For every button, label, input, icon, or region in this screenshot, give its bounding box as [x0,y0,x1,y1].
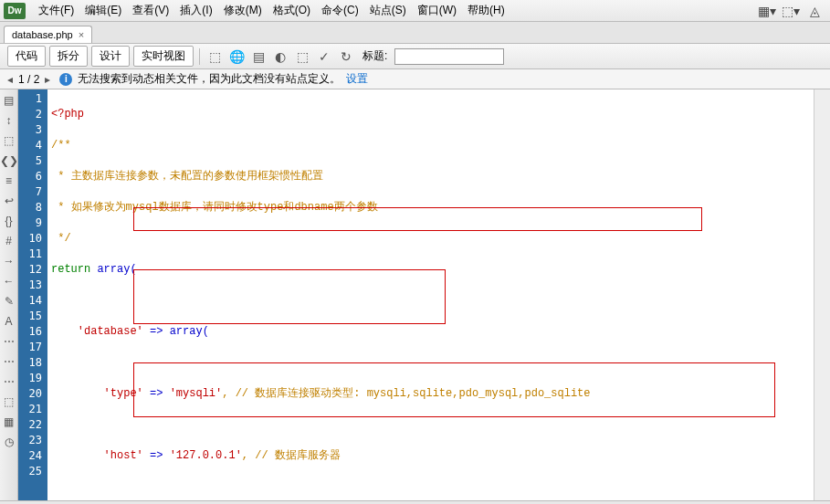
menu-edit[interactable]: 编辑(E) [79,1,127,20]
refresh-icon[interactable]: ↻ [337,47,355,66]
vertical-scrollbar[interactable] [814,89,830,500]
info-message: 无法搜索到动态相关文件，因为此文档没有站点定义。 [78,71,341,87]
toolbar-icon-3[interactable]: ▤ [249,47,268,66]
document-tab[interactable]: database.php × [4,26,92,43]
info-next-icon[interactable]: ▸ [45,73,50,86]
menu-view[interactable]: 查看(V) [127,1,174,20]
layout-icon[interactable]: ▦▾ [759,3,775,19]
tab-label: database.php [12,29,73,40]
sb-indent-icon[interactable]: → [2,254,16,268]
title-input[interactable] [394,48,504,65]
sb-line-icon[interactable]: ≡ [2,173,16,188]
sb-syntax-icon[interactable]: A [2,314,16,329]
menu-insert[interactable]: 插入(I) [174,1,217,20]
extension-icon[interactable]: ⬚▾ [783,3,799,19]
status-bar [0,500,830,504]
toolbar-icon-6[interactable]: ✓ [315,47,333,66]
menu-commands[interactable]: 命令(C) [316,1,364,20]
menu-format[interactable]: 格式(O) [268,1,316,20]
menu-modify[interactable]: 修改(M) [218,1,268,20]
sb-snippet-icon[interactable]: ▦ [2,415,16,429]
info-icon: i [59,73,72,86]
sb-open-icon[interactable]: ▤ [2,93,16,108]
info-position: 1 / 2 [18,73,39,86]
code-editor[interactable]: <?php /** * 主数据库连接参数，未配置的参数使用框架惯性配置 * 如果… [47,89,814,500]
title-label: 标题: [362,48,387,64]
live-view-button[interactable]: 实时视图 [133,46,194,67]
split-view-button[interactable]: 拆分 [49,46,88,67]
menu-window[interactable]: 窗口(W) [412,1,462,20]
sb-collapse-icon[interactable]: ↕ [2,113,16,128]
toolbar-icon-2[interactable]: 🌐 [227,47,246,66]
code-view-button[interactable]: 代码 [7,46,46,67]
sb-comment-icon[interactable]: # [2,234,16,248]
editor-area: ▤ ↕ ⬚ ❮❯ ≡ ↩ {} # → ← ✎ A ⋯ ⋯ ⋯ ⬚ ▦ ◷ 12… [0,89,830,500]
info-settings-link[interactable]: 设置 [346,71,368,87]
design-view-button[interactable]: 设计 [91,46,130,67]
tab-close-icon[interactable]: × [79,29,84,40]
line-gutter: 1234567891011121314151617181920212223242… [18,89,47,500]
toolbar-icon-1[interactable]: ⬚ [205,47,224,66]
document-toolbar: 代码 拆分 设计 实时视图 ⬚ 🌐 ▤ ◐ ⬚ ✓ ↻ 标题: [0,44,830,69]
code-toolbar: ▤ ↕ ⬚ ❮❯ ≡ ↩ {} # → ← ✎ A ⋯ ⋯ ⋯ ⬚ ▦ ◷ [0,89,18,500]
sb-recent-icon[interactable]: ◷ [2,435,16,449]
sb-wrap-icon[interactable]: ↩ [2,194,16,208]
toolbar-icon-5[interactable]: ⬚ [293,47,311,66]
sb-sp3-icon[interactable]: ⋯ [2,374,16,389]
tab-bar: database.php × [0,22,830,44]
menu-site[interactable]: 站点(S) [364,1,412,20]
menu-file[interactable]: 文件(F) [33,1,79,20]
menu-help[interactable]: 帮助(H) [462,1,510,20]
menu-bar: Dw 文件(F) 编辑(E) 查看(V) 插入(I) 修改(M) 格式(O) 命… [0,0,830,22]
app-logo: Dw [4,3,26,19]
sync-icon[interactable]: ◬ [806,3,823,19]
sb-format-icon[interactable]: ⬚ [2,394,16,409]
sb-tag-icon[interactable]: {} [2,214,16,228]
sb-sp2-icon[interactable]: ⋯ [2,354,16,369]
sb-outdent-icon[interactable]: ← [2,274,16,289]
sb-balance-icon[interactable]: ❮❯ [2,153,16,168]
info-bar: ◂ 1 / 2 ▸ i 无法搜索到动态相关文件，因为此文档没有站点定义。 设置 [0,69,830,89]
sb-select-icon[interactable]: ⬚ [2,133,16,148]
toolbar-icon-4[interactable]: ◐ [271,47,289,66]
sb-sp1-icon[interactable]: ⋯ [2,334,16,349]
info-prev-icon[interactable]: ◂ [7,73,13,86]
sb-highlight-icon[interactable]: ✎ [2,294,16,309]
